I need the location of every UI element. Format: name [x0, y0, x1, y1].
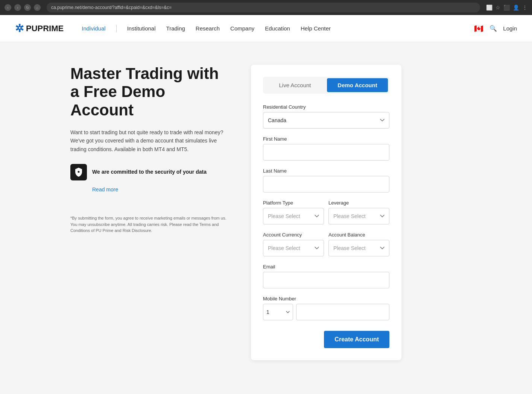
phone-row: 1 44 61 86	[263, 304, 389, 320]
account-currency-select[interactable]: Please Select USD EUR GBP CAD	[263, 240, 324, 256]
nav-individual[interactable]: Individual	[82, 25, 105, 32]
first-name-group: First Name	[263, 136, 389, 161]
home-button[interactable]: ⌂	[34, 4, 41, 11]
form-card: Live Account Demo Account Residential Co…	[251, 65, 401, 360]
platform-leverage-row: Platform Type Please Select MT4 MT5 Leve…	[263, 200, 389, 232]
residential-country-group: Residential Country Canada United States…	[263, 104, 389, 129]
star-icon[interactable]: ☆	[496, 5, 500, 11]
left-column: Master Trading with a Free Demo Account …	[70, 65, 228, 360]
main-content: Master Trading with a Free Demo Account …	[40, 42, 492, 383]
login-link[interactable]: Login	[503, 25, 517, 32]
svg-point-0	[78, 171, 80, 173]
refresh-button[interactable]: ↻	[24, 4, 31, 11]
nav-links: Individual Institutional Trading Researc…	[82, 25, 462, 32]
back-button[interactable]: ‹	[5, 4, 11, 11]
demo-account-button[interactable]: Demo Account	[327, 78, 388, 92]
last-name-input[interactable]	[263, 176, 389, 192]
browser-actions: ⬜ ☆ ⬛ 👤 ⋮	[486, 5, 527, 11]
residential-country-label: Residential Country	[263, 104, 389, 110]
nav-right: 🇨🇦 🔍 Login	[474, 24, 517, 33]
account-balance-select[interactable]: Please Select $500 $1,000 $5,000 $10,000…	[328, 240, 389, 256]
platform-type-select[interactable]: Please Select MT4 MT5	[263, 208, 324, 224]
hero-title: Master Trading with a Free Demo Account	[70, 65, 228, 119]
nav-company[interactable]: Company	[230, 25, 254, 32]
platform-type-group: Platform Type Please Select MT4 MT5	[263, 200, 324, 224]
url-text: ca.puprime.net/demo-account/?affid=&cpai…	[51, 5, 172, 10]
account-balance-label: Account Balance	[328, 232, 389, 238]
leverage-select[interactable]: Please Select 1:10 1:50 1:100 1:200 1:50…	[328, 208, 389, 224]
nav-divider	[116, 25, 117, 32]
nav-trading[interactable]: Trading	[166, 25, 185, 32]
menu-icon[interactable]: ⋮	[522, 5, 527, 11]
right-column: Live Account Demo Account Residential Co…	[251, 65, 401, 360]
extensions-icon[interactable]: ⬛	[503, 5, 510, 11]
logo[interactable]: ✲ PUPRIME	[15, 22, 64, 35]
nav-institutional[interactable]: Institutional	[127, 25, 156, 32]
mobile-number-label: Mobile Number	[263, 296, 389, 302]
phone-input[interactable]	[296, 304, 389, 320]
mobile-number-group: Mobile Number 1 44 61 86	[263, 296, 389, 320]
cast-icon[interactable]: ⬜	[486, 5, 492, 11]
nav-education[interactable]: Education	[265, 25, 290, 32]
first-name-input[interactable]	[263, 144, 389, 161]
phone-code-select[interactable]: 1 44 61 86	[263, 304, 293, 320]
shield-icon	[70, 164, 87, 180]
first-name-label: First Name	[263, 136, 389, 142]
last-name-group: Last Name	[263, 168, 389, 192]
nav-research[interactable]: Research	[196, 25, 220, 32]
navbar: ✲ PUPRIME Individual Institutional Tradi…	[0, 15, 532, 42]
residential-country-select[interactable]: Canada United States United Kingdom Aust…	[263, 112, 389, 129]
nav-help-center[interactable]: Help Center	[301, 25, 331, 32]
platform-type-label: Platform Type	[263, 200, 324, 206]
security-text: We are committed to the security of your…	[92, 168, 207, 176]
read-more-link[interactable]: Read more	[92, 186, 228, 192]
forward-button[interactable]: ›	[14, 4, 21, 11]
logo-text: PUPRIME	[26, 24, 64, 33]
live-account-button[interactable]: Live Account	[264, 78, 325, 92]
logo-icon: ✲	[15, 22, 24, 35]
search-icon[interactable]: 🔍	[489, 25, 497, 32]
account-currency-label: Account Currency	[263, 232, 324, 238]
account-balance-group: Account Balance Please Select $500 $1,00…	[328, 232, 389, 256]
browser-chrome: ‹ › ↻ ⌂ ca.puprime.net/demo-account/?aff…	[0, 0, 532, 15]
create-account-button[interactable]: Create Account	[324, 331, 389, 348]
profile-icon[interactable]: 👤	[513, 5, 519, 11]
address-bar[interactable]: ca.puprime.net/demo-account/?affid=&cpai…	[47, 3, 480, 12]
email-label: Email	[263, 264, 389, 270]
disclaimer-text: *By submitting the form, you agree to re…	[70, 215, 228, 234]
account-currency-group: Account Currency Please Select USD EUR G…	[263, 232, 324, 256]
email-input[interactable]	[263, 272, 389, 288]
country-flag[interactable]: 🇨🇦	[474, 24, 483, 33]
form-submit-row: Create Account	[263, 328, 389, 348]
leverage-group: Leverage Please Select 1:10 1:50 1:100 1…	[328, 200, 389, 224]
account-toggle: Live Account Demo Account	[263, 77, 389, 94]
leverage-label: Leverage	[328, 200, 389, 206]
security-badge: We are committed to the security of your…	[70, 164, 228, 180]
hero-description: Want to start trading but not quite read…	[70, 128, 228, 153]
currency-balance-row: Account Currency Please Select USD EUR G…	[263, 232, 389, 264]
email-group: Email	[263, 264, 389, 288]
last-name-label: Last Name	[263, 168, 389, 174]
